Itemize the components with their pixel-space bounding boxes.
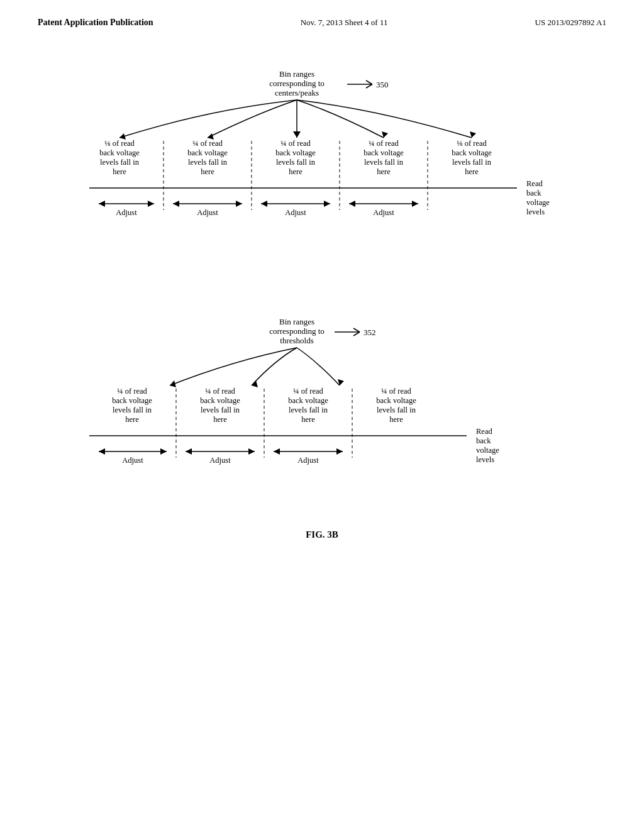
svg-text:levels fall in: levels fall in — [452, 158, 492, 167]
svg-text:Adjust: Adjust — [285, 208, 306, 217]
diagram-2: Bin ranges corresponding to thresholds 3… — [52, 313, 592, 511]
svg-marker-92 — [336, 448, 343, 455]
svg-text:¼ of read: ¼ of read — [192, 139, 223, 148]
main-content: Bin ranges corresponding to centers/peak… — [0, 65, 644, 540]
svg-marker-50 — [349, 201, 355, 207]
svg-text:⅛ of read: ⅛ of read — [104, 139, 135, 148]
svg-text:here: here — [301, 415, 315, 424]
svg-text:¼ of read: ¼ of read — [293, 387, 323, 396]
svg-marker-91 — [274, 448, 280, 455]
diagram1-title-line2: corresponding to — [269, 79, 325, 88]
diagram1-title-line3: centers/peaks — [275, 88, 319, 97]
diagram-1: Bin ranges corresponding to centers/peak… — [52, 65, 592, 263]
svg-text:here: here — [289, 167, 303, 176]
svg-text:here: here — [213, 415, 227, 424]
diagram-container: Bin ranges corresponding to centers/peak… — [38, 65, 606, 511]
svg-marker-88 — [248, 448, 255, 455]
svg-text:levels: levels — [526, 208, 545, 216]
svg-text:voltage: voltage — [526, 198, 550, 207]
svg-line-55 — [353, 332, 360, 336]
svg-line-2 — [366, 84, 372, 88]
svg-text:⅛ of read: ⅛ of read — [457, 139, 487, 148]
svg-text:¼ of read: ¼ of read — [381, 387, 411, 396]
svg-text:back voltage: back voltage — [112, 396, 152, 405]
svg-marker-56 — [170, 380, 176, 387]
diagram2-title-line3: thresholds — [280, 336, 313, 345]
svg-text:levels fall in: levels fall in — [364, 158, 404, 167]
svg-marker-39 — [148, 201, 154, 207]
svg-text:back: back — [476, 436, 491, 445]
svg-line-1 — [366, 80, 372, 84]
diagram1-title-line1: Bin ranges — [279, 69, 314, 79]
svg-text:here: here — [201, 167, 214, 176]
svg-text:levels fall in: levels fall in — [113, 406, 152, 414]
svg-text:back voltage: back voltage — [376, 396, 416, 405]
svg-text:levels fall in: levels fall in — [201, 406, 240, 414]
svg-text:here: here — [377, 167, 391, 176]
svg-marker-46 — [261, 201, 267, 207]
svg-text:voltage: voltage — [476, 446, 499, 455]
header-right: US 2013/0297892 A1 — [535, 18, 606, 28]
svg-text:back voltage: back voltage — [99, 148, 140, 157]
page-header: Patent Application Publication Nov. 7, 2… — [0, 0, 644, 28]
svg-text:levels fall in: levels fall in — [276, 158, 316, 167]
svg-text:back voltage: back voltage — [452, 148, 492, 157]
svg-line-54 — [353, 328, 360, 332]
header-center: Nov. 7, 2013 Sheet 4 of 11 — [301, 18, 388, 28]
header-left: Patent Application Publication — [38, 18, 153, 28]
svg-marker-83 — [99, 448, 105, 455]
svg-marker-8 — [470, 131, 476, 138]
svg-text:back voltage: back voltage — [364, 148, 404, 157]
svg-marker-43 — [236, 201, 242, 207]
fig-caption: FIG. 3B — [38, 529, 606, 540]
svg-text:¼ of read: ¼ of read — [369, 139, 399, 148]
svg-text:back voltage: back voltage — [288, 396, 328, 405]
svg-text:here: here — [113, 167, 126, 176]
svg-marker-42 — [173, 201, 179, 207]
svg-text:here: here — [465, 167, 479, 176]
svg-text:levels fall in: levels fall in — [289, 406, 328, 414]
diagram1-ref: 350 — [376, 80, 389, 89]
diagram2-ref: 352 — [364, 328, 376, 337]
svg-text:back: back — [526, 189, 541, 197]
svg-text:back voltage: back voltage — [275, 148, 316, 157]
svg-marker-6 — [293, 131, 301, 138]
svg-text:Adjust: Adjust — [116, 208, 137, 217]
svg-text:Adjust: Adjust — [297, 456, 319, 465]
diagram2-title-line1: Bin ranges — [279, 317, 314, 326]
svg-text:here: here — [125, 415, 139, 424]
diagram2-readback-label1: Read — [476, 427, 492, 436]
diagram1-readback-label1: Read — [526, 179, 543, 188]
svg-marker-87 — [186, 448, 192, 455]
svg-text:Adjust: Adjust — [209, 456, 231, 465]
svg-text:¼ of read: ¼ of read — [117, 387, 147, 396]
svg-text:¼ of read: ¼ of read — [205, 387, 235, 396]
svg-text:levels: levels — [476, 455, 494, 464]
svg-marker-51 — [412, 201, 418, 207]
svg-marker-47 — [324, 201, 330, 207]
svg-marker-84 — [160, 448, 167, 455]
svg-text:back voltage: back voltage — [200, 396, 240, 405]
diagram2-title-line2: corresponding to — [269, 326, 325, 336]
svg-text:levels fall in: levels fall in — [100, 158, 140, 167]
svg-text:¼ of read: ¼ of read — [280, 139, 311, 148]
svg-text:levels fall in: levels fall in — [377, 406, 416, 414]
svg-marker-38 — [99, 201, 105, 207]
svg-text:levels fall in: levels fall in — [188, 158, 228, 167]
svg-text:Adjust: Adjust — [197, 208, 218, 217]
svg-text:back voltage: back voltage — [187, 148, 228, 157]
svg-text:Adjust: Adjust — [373, 208, 394, 217]
svg-text:here: here — [389, 415, 403, 424]
svg-text:Adjust: Adjust — [122, 456, 143, 465]
